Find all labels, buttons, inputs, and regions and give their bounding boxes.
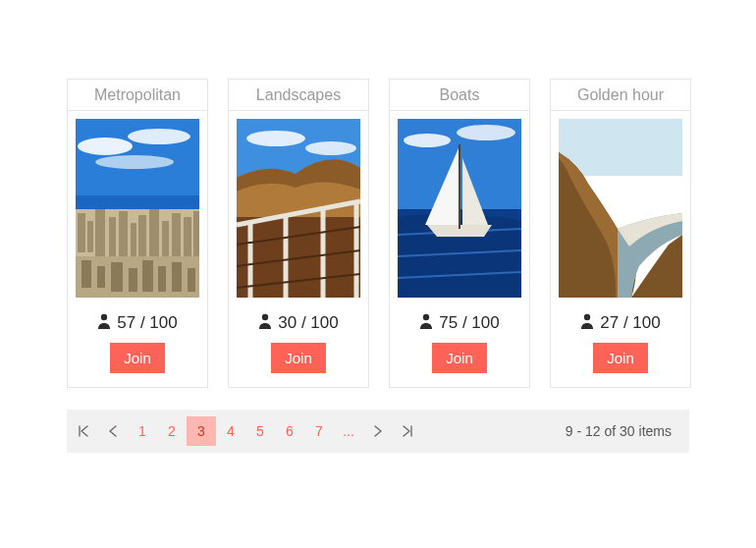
svg-rect-10 bbox=[119, 211, 128, 260]
svg-rect-13 bbox=[149, 209, 159, 260]
svg-rect-20 bbox=[97, 266, 105, 288]
card-image bbox=[559, 119, 682, 298]
person-icon bbox=[580, 313, 594, 333]
svg-rect-7 bbox=[87, 221, 93, 252]
pager-page-2[interactable]: 2 bbox=[157, 416, 187, 446]
pager-page-1[interactable]: 1 bbox=[128, 416, 157, 446]
svg-point-52 bbox=[584, 314, 590, 320]
card-meta: 30 / 100 bbox=[229, 305, 368, 337]
pager-ellipsis[interactable]: ... bbox=[334, 416, 363, 446]
pager-nav: 1 2 3 4 5 6 7 ... bbox=[69, 416, 422, 446]
card-count: 27 / 100 bbox=[600, 313, 660, 333]
card-count: 57 / 100 bbox=[117, 313, 177, 333]
svg-rect-19 bbox=[81, 260, 91, 288]
pager-info: 9 - 12 of 30 items bbox=[566, 423, 687, 439]
svg-rect-16 bbox=[184, 217, 191, 258]
svg-rect-22 bbox=[129, 268, 137, 292]
pager: 1 2 3 4 5 6 7 ... 9 - 12 of 30 items bbox=[67, 410, 689, 453]
card-image bbox=[398, 119, 521, 298]
pager-page-6[interactable]: 6 bbox=[275, 416, 304, 446]
svg-rect-6 bbox=[78, 213, 85, 252]
pager-page-4[interactable]: 4 bbox=[216, 416, 245, 446]
svg-rect-24 bbox=[158, 266, 166, 292]
pager-page-5[interactable]: 5 bbox=[245, 416, 275, 446]
card-meta: 75 / 100 bbox=[390, 305, 529, 337]
join-button[interactable]: Join bbox=[271, 343, 326, 373]
pager-first-button[interactable] bbox=[69, 416, 98, 446]
card-title: Metropolitan bbox=[68, 80, 207, 111]
card-title: Boats bbox=[390, 80, 529, 111]
card-golden-hour: Golden hour 27 / 100 Join bbox=[550, 79, 691, 388]
svg-rect-14 bbox=[162, 221, 169, 256]
svg-point-29 bbox=[246, 131, 305, 146]
pager-last-button[interactable] bbox=[393, 416, 422, 446]
pager-page-7[interactable]: 7 bbox=[304, 416, 334, 446]
pager-prev-button[interactable] bbox=[98, 416, 128, 446]
card-image bbox=[76, 119, 199, 298]
card-metropolitan: Metropolitan bbox=[67, 79, 208, 388]
person-icon bbox=[97, 313, 111, 333]
join-button[interactable]: Join bbox=[593, 343, 648, 373]
pager-page-3[interactable]: 3 bbox=[187, 416, 216, 446]
pager-next-button[interactable] bbox=[363, 416, 393, 446]
join-button[interactable]: Join bbox=[432, 343, 487, 373]
svg-rect-4 bbox=[76, 195, 199, 209]
svg-point-2 bbox=[128, 129, 190, 144]
svg-rect-23 bbox=[142, 260, 153, 292]
svg-point-27 bbox=[101, 314, 107, 320]
card-title: Golden hour bbox=[551, 80, 690, 111]
svg-rect-15 bbox=[172, 213, 181, 258]
card-title: Landscapes bbox=[229, 80, 368, 111]
svg-point-30 bbox=[305, 141, 356, 155]
svg-rect-12 bbox=[138, 215, 146, 258]
svg-rect-51 bbox=[559, 119, 682, 176]
svg-rect-17 bbox=[193, 211, 199, 260]
svg-point-50 bbox=[423, 314, 429, 320]
svg-rect-25 bbox=[172, 262, 182, 292]
person-icon bbox=[419, 313, 433, 333]
card-boats: Boats 75 / 100 Join bbox=[389, 79, 530, 388]
svg-rect-9 bbox=[109, 217, 116, 256]
svg-point-3 bbox=[95, 155, 174, 169]
card-meta: 57 / 100 bbox=[68, 305, 207, 337]
card-count: 75 / 100 bbox=[439, 313, 499, 333]
person-icon bbox=[258, 313, 272, 333]
card-count: 30 / 100 bbox=[278, 313, 338, 333]
card-meta: 27 / 100 bbox=[551, 305, 690, 337]
svg-rect-21 bbox=[111, 262, 123, 292]
svg-rect-26 bbox=[188, 268, 195, 292]
svg-point-42 bbox=[457, 125, 515, 140]
svg-point-1 bbox=[78, 137, 133, 155]
svg-point-39 bbox=[262, 314, 268, 320]
card-landscapes: Landscapes 30 / 100 bbox=[228, 79, 369, 388]
card-grid: Metropolitan bbox=[67, 79, 689, 388]
svg-point-41 bbox=[404, 134, 451, 147]
svg-rect-11 bbox=[131, 223, 136, 256]
svg-rect-8 bbox=[95, 209, 105, 256]
card-image bbox=[237, 119, 360, 298]
join-button[interactable]: Join bbox=[110, 343, 165, 373]
